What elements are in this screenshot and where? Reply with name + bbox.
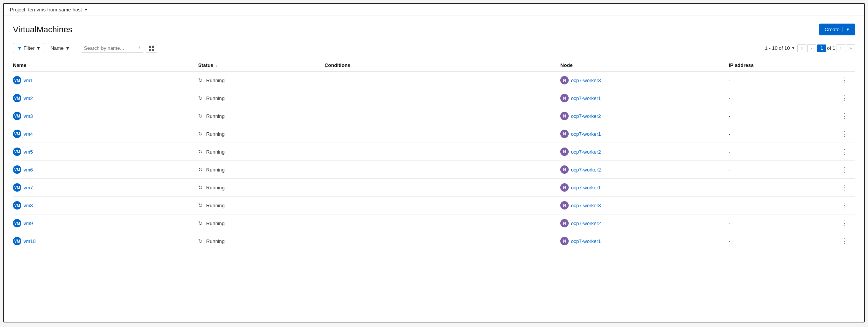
kebab-menu-button[interactable]: ⋮ — [839, 236, 851, 246]
ip-text: - — [729, 113, 730, 119]
prev-page-button[interactable]: ‹ — [807, 44, 816, 52]
name-dropdown[interactable]: Name ▼ — [48, 43, 79, 53]
vm-badge: VM — [13, 219, 21, 227]
kebab-menu-button[interactable]: ⋮ — [839, 200, 851, 210]
status-text: Running — [206, 221, 224, 226]
node-link[interactable]: ocp7-worker1 — [571, 238, 601, 244]
vm-node-cell: N ocp7-worker1 — [560, 125, 729, 143]
project-caret: ▼ — [84, 8, 88, 12]
vm-conditions-cell — [324, 197, 560, 214]
vm-node-cell: N ocp7-worker2 — [560, 161, 729, 179]
vm-action-cell: ⋮ — [830, 161, 855, 179]
ip-text: - — [729, 95, 730, 101]
status-text: Running — [206, 238, 224, 244]
page-range[interactable]: 1 - 10 of 10 ▼ — [765, 45, 795, 51]
vm-ip-cell: - — [729, 125, 830, 143]
node-link[interactable]: ocp7-worker1 — [571, 185, 601, 190]
vm-node-cell: N ocp7-worker1 — [560, 179, 729, 197]
vm-action-cell: ⋮ — [830, 89, 855, 107]
vm-action-cell: ⋮ — [830, 143, 855, 161]
vm-badge: VM — [13, 112, 21, 120]
vm-name-cell: VM vm7 — [13, 179, 198, 197]
status-text: Running — [206, 78, 224, 83]
main-content: VirtualMachines Create ▼ ▼ Filter ▼ Name… — [4, 16, 864, 258]
col-header-action — [830, 59, 855, 71]
running-icon — [198, 202, 204, 208]
next-page-button[interactable]: › — [836, 44, 845, 52]
table-row: VM vm5 Running N ocp7-worker2 - ⋮ — [13, 143, 855, 161]
ip-text: - — [729, 78, 730, 83]
node-link[interactable]: ocp7-worker1 — [571, 95, 601, 101]
node-link[interactable]: ocp7-worker3 — [571, 78, 601, 83]
kebab-menu-button[interactable]: ⋮ — [839, 111, 851, 121]
vm-status-cell: Running — [198, 125, 324, 143]
node-badge: N — [560, 201, 569, 210]
vm-conditions-cell — [324, 161, 560, 179]
ip-text: - — [729, 131, 730, 137]
vm-ip-cell: - — [729, 89, 830, 107]
vm-name-link[interactable]: vm3 — [24, 113, 33, 119]
kebab-menu-button[interactable]: ⋮ — [839, 93, 851, 103]
status-text: Running — [206, 167, 224, 173]
kebab-menu-button[interactable]: ⋮ — [839, 129, 851, 139]
node-badge: N — [560, 165, 569, 174]
vm-conditions-cell — [324, 71, 560, 89]
node-link[interactable]: ocp7-worker1 — [571, 131, 601, 137]
kebab-menu-button[interactable]: ⋮ — [839, 218, 851, 228]
vm-action-cell: ⋮ — [830, 179, 855, 197]
current-page-button[interactable]: 1 — [817, 44, 826, 52]
running-icon — [198, 184, 204, 190]
vm-node-cell: N ocp7-worker1 — [560, 89, 729, 107]
vm-name-link[interactable]: vm4 — [24, 131, 33, 137]
vm-name-link[interactable]: vm5 — [24, 149, 33, 155]
vm-name-link[interactable]: vm8 — [24, 203, 33, 208]
node-badge: N — [560, 148, 569, 156]
vm-badge: VM — [13, 130, 21, 138]
vm-conditions-cell — [324, 107, 560, 125]
ip-text: - — [729, 238, 730, 244]
col-header-status[interactable]: Status ↕ — [198, 59, 324, 71]
running-icon — [198, 131, 204, 137]
vm-badge: VM — [13, 201, 21, 210]
vm-ip-cell: - — [729, 161, 830, 179]
vm-name-link[interactable]: vm10 — [24, 238, 36, 244]
vm-action-cell: ⋮ — [830, 214, 855, 232]
last-page-button[interactable]: » — [846, 44, 855, 52]
vm-badge: VM — [13, 183, 21, 192]
vm-action-cell: ⋮ — [830, 71, 855, 89]
vm-name-cell: VM vm10 — [13, 232, 198, 250]
filter-caret: ▼ — [36, 45, 41, 51]
vm-name-link[interactable]: vm9 — [24, 221, 33, 226]
node-link[interactable]: ocp7-worker2 — [571, 221, 601, 226]
search-input[interactable] — [84, 45, 137, 51]
vm-name-link[interactable]: vm7 — [24, 185, 33, 190]
col-header-name[interactable]: Name ↑ — [13, 59, 198, 71]
kebab-menu-button[interactable]: ⋮ — [839, 165, 851, 175]
pagination-info: 1 - 10 of 10 ▼ « ‹ 1 of 1 › — [765, 44, 855, 52]
node-link[interactable]: ocp7-worker2 — [571, 167, 601, 173]
create-button[interactable]: Create ▼ — [819, 24, 855, 35]
vm-badge: VM — [13, 148, 21, 156]
pagination-nav: « ‹ 1 of 1 › » — [797, 44, 855, 52]
search-input-wrap: / — [82, 44, 143, 53]
vm-conditions-cell — [324, 232, 560, 250]
first-page-button[interactable]: « — [797, 44, 806, 52]
node-link[interactable]: ocp7-worker3 — [571, 203, 601, 208]
filter-button[interactable]: ▼ Filter ▼ — [13, 43, 45, 53]
vm-node-cell: N ocp7-worker1 — [560, 232, 729, 250]
vm-name-link[interactable]: vm2 — [24, 95, 33, 101]
project-dropdown[interactable]: Project: ten-vms-from-same-host ▼ — [10, 7, 88, 13]
ip-text: - — [729, 149, 730, 155]
node-badge: N — [560, 112, 569, 120]
vm-name-link[interactable]: vm6 — [24, 167, 33, 173]
vm-name-link[interactable]: vm1 — [24, 78, 33, 83]
vm-action-cell: ⋮ — [830, 125, 855, 143]
vm-conditions-cell — [324, 125, 560, 143]
kebab-menu-button[interactable]: ⋮ — [839, 147, 851, 157]
kebab-menu-button[interactable]: ⋮ — [839, 75, 851, 85]
node-link[interactable]: ocp7-worker2 — [571, 149, 601, 155]
kebab-menu-button[interactable]: ⋮ — [839, 183, 851, 192]
filter-label: Filter — [24, 45, 35, 51]
node-link[interactable]: ocp7-worker2 — [571, 113, 601, 119]
manage-columns-button[interactable] — [146, 44, 157, 53]
